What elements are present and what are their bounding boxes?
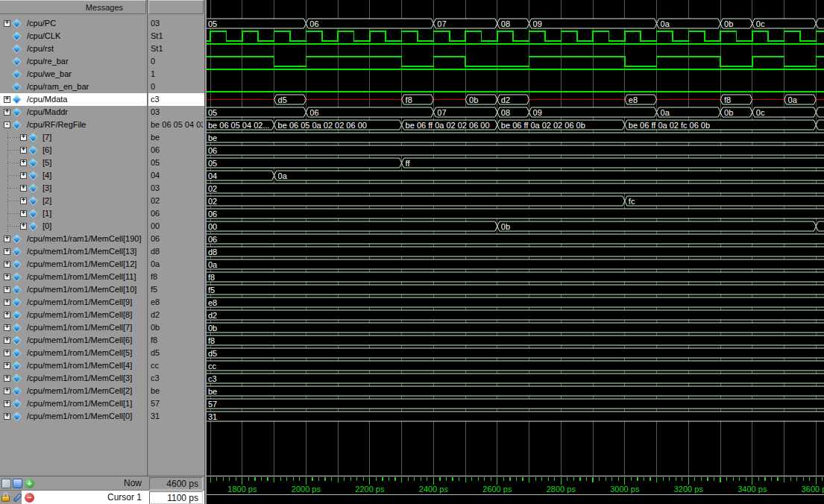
signal-row[interactable]: +[0]00	[0, 220, 204, 233]
signal-row[interactable]: +/cpu/mem1/rom1/MemCell[5]d5	[0, 347, 204, 359]
signal-name[interactable]: /cpu/mem1/rom1/MemCell[2]	[27, 385, 132, 397]
lock-cursor-icon[interactable]	[1, 496, 10, 502]
signal-name[interactable]: /cpu/mem1/rom1/MemCell[4]	[27, 359, 132, 372]
expand-icon[interactable]: +	[4, 248, 10, 255]
expand-icon[interactable]: +	[4, 388, 10, 394]
expand-icon[interactable]: +	[20, 210, 27, 217]
expand-icon[interactable]: +	[4, 299, 10, 306]
expand-icon[interactable]: +	[20, 185, 27, 192]
expand-icon[interactable]: +	[4, 400, 10, 407]
signal-name[interactable]: /cpu/Maddr	[27, 106, 68, 119]
select-mode-icon[interactable]	[1, 479, 11, 488]
signal-row[interactable]: +[5]05	[0, 157, 204, 169]
signal-name[interactable]: [4]	[43, 169, 51, 182]
signal-row[interactable]: +/cpu/mem1/rom1/MemCell[1]57	[0, 397, 204, 410]
signal-name[interactable]: /cpu/mem1/ram1/MemCell[190]	[27, 233, 141, 245]
signal-name[interactable]: [3]	[43, 182, 51, 195]
signal-name[interactable]: [0]	[43, 220, 51, 233]
signal-row[interactable]: +/cpu/Maddr03	[0, 106, 204, 119]
signal-row[interactable]: +/cpu/mem1/rom1/MemCell[7]0b	[0, 321, 204, 334]
signal-row[interactable]: +/cpu/mem1/rom1/MemCell[9]e8	[0, 296, 204, 309]
signal-name[interactable]: /cpu/rst	[27, 42, 54, 55]
signal-row[interactable]: +[4]04	[0, 169, 204, 182]
expand-icon[interactable]: +	[4, 337, 10, 344]
waveform-canvas[interactable]: 05060708090a0b0cd5f80bd2e8f80a0506070809…	[207, 0, 824, 476]
name-value-divider[interactable]	[147, 0, 148, 476]
signal-name[interactable]: /cpu/mem1/rom1/MemCell[11]	[27, 271, 136, 283]
signal-row[interactable]: +/cpu/mem1/rom1/MemCell[3]c3	[0, 372, 204, 385]
signal-name[interactable]: /cpu/RF/RegFile	[27, 119, 86, 131]
timeline-ruler[interactable]: 1800 ps2000 ps2200 ps2400 ps2600 ps2800 …	[207, 476, 824, 504]
signal-row[interactable]: +/cpu/mem1/rom1/MemCell[4]cc	[0, 359, 204, 372]
signal-row[interactable]: /cpu/rstSt1	[0, 42, 204, 55]
signal-name[interactable]: /cpu/mem1/rom1/MemCell[9]	[27, 296, 132, 309]
signal-row[interactable]: -/cpu/RF/RegFilebe 06 05 04 03	[0, 119, 204, 131]
signal-name[interactable]: [7]	[43, 131, 51, 144]
expand-icon[interactable]: +	[4, 96, 10, 103]
signal-name[interactable]: /cpu/mem1/rom1/MemCell[0]	[27, 410, 132, 423]
signal-row[interactable]: +/cpu/PC03	[0, 17, 204, 30]
signal-name[interactable]: /cpu/mem1/rom1/MemCell[10]	[27, 283, 136, 296]
signal-row[interactable]: +[6]06	[0, 144, 204, 157]
insert-cursor-icon[interactable]: +	[25, 479, 34, 488]
signal-name[interactable]: /cpu/ram_en_bar	[27, 81, 89, 93]
expand-icon[interactable]: +	[20, 223, 27, 230]
values-column-header[interactable]	[148, 0, 204, 14]
signal-row[interactable]: +/cpu/mem1/rom1/MemCell[11]f8	[0, 271, 204, 283]
expand-icon[interactable]: +	[4, 109, 10, 116]
signal-row[interactable]: /cpu/re_bar0	[0, 55, 204, 68]
signal-row[interactable]: +/cpu/mem1/rom1/MemCell[10]f5	[0, 283, 204, 296]
expand-icon[interactable]: +	[20, 172, 27, 179]
signal-row[interactable]: +/cpu/mem1/rom1/MemCell[2]be	[0, 385, 204, 397]
signal-row[interactable]: +[7]be	[0, 131, 204, 144]
delete-cursor-icon[interactable]: −	[25, 493, 34, 503]
expand-icon[interactable]: +	[20, 134, 27, 141]
signal-row[interactable]: +/cpu/Mdatac3	[0, 93, 204, 106]
expand-icon[interactable]: +	[4, 413, 10, 420]
waveform-pane[interactable]: 05060708090a0b0cd5f80bd2e8f80a0506070809…	[207, 0, 824, 476]
signal-name[interactable]: /cpu/mem1/rom1/MemCell[6]	[27, 334, 132, 347]
expand-icon[interactable]: +	[20, 160, 27, 166]
expand-icon[interactable]: +	[4, 312, 10, 318]
signal-row[interactable]: +[3]03	[0, 182, 204, 195]
signal-name[interactable]: /cpu/mem1/rom1/MemCell[3]	[27, 372, 132, 385]
signal-name[interactable]: /cpu/PC	[27, 17, 56, 30]
signal-name[interactable]: /cpu/mem1/rom1/MemCell[5]	[27, 347, 132, 359]
signal-name[interactable]: /cpu/CLK	[27, 30, 60, 42]
expand-icon[interactable]: +	[20, 198, 27, 204]
signal-name[interactable]: /cpu/mem1/rom1/MemCell[12]	[27, 258, 136, 271]
signal-row[interactable]: +/cpu/mem1/rom1/MemCell[6]f8	[0, 334, 204, 347]
expand-icon[interactable]: +	[4, 286, 10, 293]
cursor-row[interactable]: − Cursor 1 1100 ps	[0, 491, 204, 504]
signal-name[interactable]: /cpu/mem1/rom1/MemCell[13]	[27, 245, 136, 258]
signal-row[interactable]: /cpu/CLKSt1	[0, 30, 204, 42]
signal-name[interactable]: /cpu/re_bar	[27, 55, 69, 68]
signal-row[interactable]: +[1]06	[0, 207, 204, 220]
expand-icon[interactable]: +	[4, 261, 10, 268]
expand-icon[interactable]: +	[4, 20, 10, 27]
signal-row[interactable]: +/cpu/mem1/ram1/MemCell[190]06	[0, 233, 204, 245]
signal-name[interactable]: /cpu/Mdata	[27, 93, 67, 106]
signal-row[interactable]: +[2]02	[0, 195, 204, 207]
expand-icon[interactable]: +	[4, 362, 10, 369]
expand-icon[interactable]: +	[4, 324, 10, 331]
expand-icon[interactable]: +	[4, 375, 10, 382]
signal-row[interactable]: /cpu/ram_en_bar0	[0, 81, 204, 93]
signal-row[interactable]: +/cpu/mem1/rom1/MemCell[13]d8	[0, 245, 204, 258]
signal-name[interactable]: [6]	[43, 144, 51, 157]
signal-row[interactable]: +/cpu/mem1/rom1/MemCell[0]31	[0, 410, 204, 423]
signal-name[interactable]: [5]	[43, 157, 51, 169]
expand-icon[interactable]: +	[20, 147, 27, 154]
expand-icon[interactable]: +	[4, 350, 10, 356]
signal-name[interactable]: /cpu/we_bar	[27, 68, 72, 81]
expand-icon[interactable]: +	[4, 274, 10, 280]
edit-mode-icon[interactable]	[13, 479, 22, 488]
signal-name[interactable]: [2]	[43, 195, 51, 207]
signal-name[interactable]: /cpu/mem1/rom1/MemCell[1]	[27, 397, 132, 410]
signal-name[interactable]: [1]	[43, 207, 51, 220]
messages-column-header[interactable]: Messages	[0, 0, 146, 14]
signal-name[interactable]: /cpu/mem1/rom1/MemCell[7]	[27, 321, 132, 334]
cursor-name[interactable]: Cursor 1	[107, 491, 142, 504]
signal-row[interactable]: /cpu/we_bar1	[0, 68, 204, 81]
panel-splitter[interactable]	[204, 0, 207, 504]
